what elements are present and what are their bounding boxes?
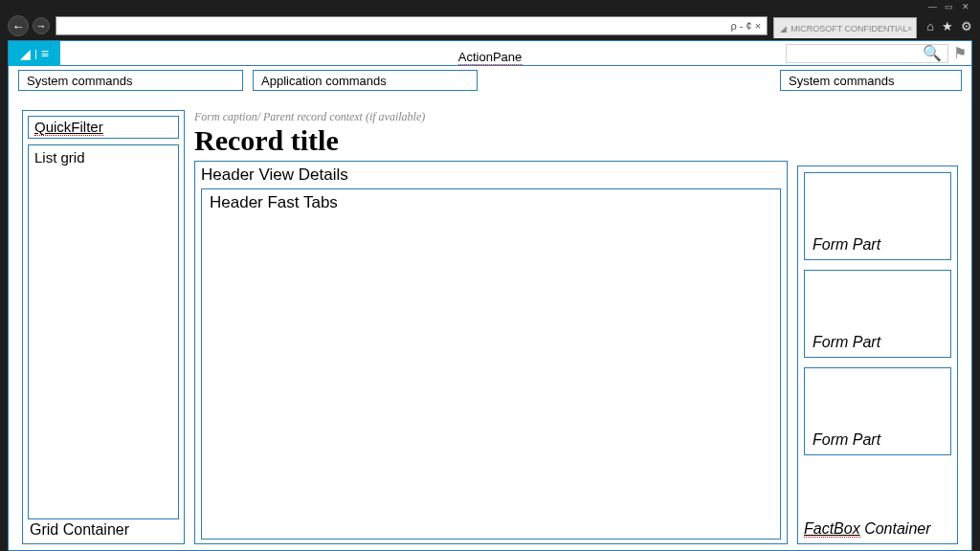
- form-part-label: Form Part: [813, 334, 880, 351]
- tools-icon[interactable]: ⚙: [961, 19, 972, 33]
- app-search-box[interactable]: 🔍: [786, 44, 948, 63]
- browser-toolbar-right: ⌂ ★ ⚙: [926, 19, 972, 33]
- form-part[interactable]: Form Part: [804, 270, 951, 358]
- application-commands[interactable]: Application commands: [253, 70, 478, 91]
- factbox-container-label: FactBox Container: [804, 518, 951, 538]
- address-bar-controls[interactable]: ρ - ¢ ×: [731, 20, 762, 32]
- quickfilter-label: QuickFilter: [34, 119, 103, 136]
- window-restore-button[interactable]: ▭: [944, 2, 954, 12]
- actionpane-label: ActionPane: [458, 50, 523, 65]
- grid-container-label: Grid Container: [28, 519, 179, 539]
- system-commands-right[interactable]: System commands: [780, 70, 962, 91]
- form-part-label: Form Part: [813, 431, 880, 449]
- window-titlebar: — ▭ ✕: [0, 0, 980, 13]
- tab-title: MICROSOFT CONFIDENTIAL: [791, 24, 907, 33]
- window-minimize-button[interactable]: —: [927, 2, 938, 12]
- list-grid-label: List grid: [34, 149, 85, 165]
- factbox-label-rest: Container: [860, 520, 931, 537]
- factbox-label-underlined: FactBox: [804, 520, 860, 538]
- window-close-button[interactable]: ✕: [960, 2, 970, 12]
- browser-chrome: ← → ρ - ¢ × ◢ MICROSOFT CONFIDENTIAL × ⌂…: [0, 13, 980, 38]
- list-grid[interactable]: List grid: [28, 144, 179, 519]
- header-fast-tabs[interactable]: Header Fast Tabs: [201, 188, 781, 540]
- app-logo[interactable]: ◢ | ≡: [9, 41, 60, 66]
- hamburger-icon: ≡: [41, 46, 49, 61]
- nav-forward-button[interactable]: →: [33, 17, 50, 34]
- browser-tab[interactable]: ◢ MICROSOFT CONFIDENTIAL ×: [773, 17, 917, 38]
- content-area: QuickFilter List grid Grid Container For…: [22, 110, 958, 544]
- tab-close-icon[interactable]: ×: [907, 24, 912, 33]
- app-frame: ◢ | ≡ 🔍 ⚑ ActionPane System commands App…: [8, 40, 972, 551]
- address-bar[interactable]: ρ - ¢ ×: [56, 16, 768, 35]
- application-commands-label: Application commands: [261, 74, 387, 88]
- system-commands-left-label: System commands: [27, 74, 133, 88]
- grid-container: QuickFilter List grid Grid Container: [22, 110, 185, 544]
- form-part[interactable]: Form Part: [804, 367, 951, 455]
- main-column: Form caption/ Parent record context (if …: [194, 110, 788, 544]
- logo-icon: ◢: [20, 46, 31, 61]
- form-part-label: Form Part: [813, 236, 880, 253]
- system-commands-left[interactable]: System commands: [18, 70, 243, 91]
- record-title: Record title: [194, 126, 788, 155]
- header-view-label: Header View Details: [201, 165, 781, 185]
- flag-icon[interactable]: ⚑: [948, 44, 971, 62]
- home-icon[interactable]: ⌂: [926, 19, 934, 33]
- search-icon: 🔍: [923, 44, 942, 62]
- header-fast-tabs-label: Header Fast Tabs: [210, 193, 338, 211]
- browser-tabstrip: ◢ MICROSOFT CONFIDENTIAL ×: [773, 13, 917, 38]
- nav-back-button[interactable]: ←: [8, 15, 29, 36]
- form-caption: Form caption/ Parent record context (if …: [194, 110, 788, 124]
- factbox-container: Form Part Form Part Form Part FactBox Co…: [797, 165, 958, 544]
- header-view-details: Header View Details Header Fast Tabs: [194, 161, 788, 544]
- form-part[interactable]: Form Part: [804, 172, 951, 260]
- favorites-icon[interactable]: ★: [942, 19, 953, 33]
- quickfilter[interactable]: QuickFilter: [28, 116, 179, 139]
- actionpane-row: ActionPane System commands Application c…: [9, 66, 971, 95]
- menu-icon: |: [34, 48, 37, 59]
- system-commands-right-label: System commands: [789, 74, 895, 88]
- tab-favicon: ◢: [780, 24, 787, 33]
